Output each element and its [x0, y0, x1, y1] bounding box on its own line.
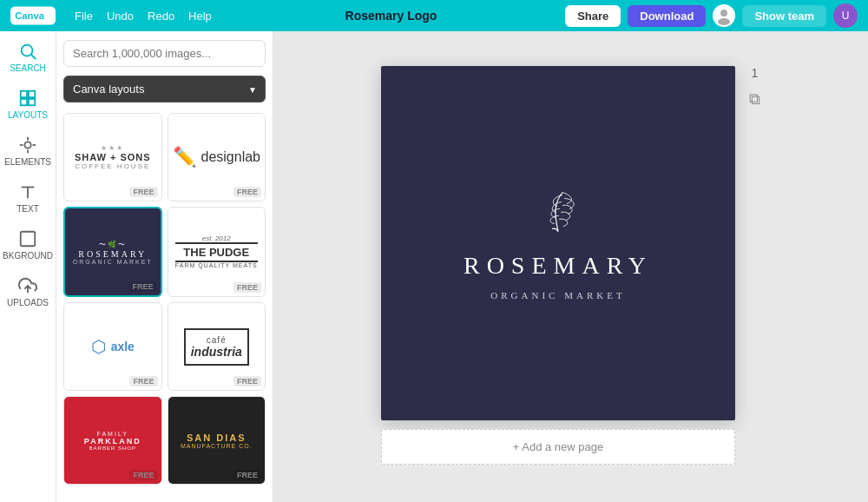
sidebar-background-label: BKGROUND [3, 251, 53, 261]
sidebar-item-uploads[interactable]: UPLOADS [0, 269, 56, 314]
free-badge-2: FREE [233, 187, 261, 197]
shaw-sons-design: ★★★ SHAW + SONS COFFEE HOUSE [66, 135, 160, 179]
designlab-design: ✏️ designlab [168, 137, 266, 177]
rosemary-plant-icon [519, 186, 597, 241]
svg-rect-8 [21, 99, 27, 105]
canvas-content: ROSEMARY ORGANIC MARKET + Add a new page… [381, 66, 760, 465]
sidebar-item-layouts[interactable]: LAYOUTS [0, 82, 56, 127]
layout-card-sandias[interactable]: SAN DIAS MANUFACTURE CO. FREE [168, 396, 266, 485]
svg-rect-7 [29, 91, 35, 97]
canva-logo[interactable]: Canva [10, 6, 56, 25]
layouts-dropdown-wrapper: Canva layouts [63, 76, 266, 102]
menu-file[interactable]: File [69, 6, 98, 26]
search-input[interactable] [63, 40, 266, 67]
sidebar-item-elements[interactable]: ELEMENTS [0, 129, 56, 174]
axle-design: ⬡ axle [82, 327, 143, 366]
sidebar-item-background[interactable]: BKGROUND [0, 222, 56, 268]
layout-card-cafe[interactable]: café industria FREE [168, 302, 266, 391]
sidebar-elements-label: ELEMENTS [4, 157, 51, 167]
free-badge-8: FREE [233, 470, 261, 480]
canvas-logo-subtitle: ORGANIC MARKET [490, 290, 625, 301]
team-avatar [713, 4, 735, 27]
layout-card-rosemary[interactable]: 〜🌿〜 ROSEMARY ORGANIC MARKET FREE [63, 207, 162, 297]
svg-line-5 [31, 55, 36, 59]
sidebar-layouts-label: LAYOUTS [8, 110, 48, 120]
add-page-button[interactable]: + Add a new page [381, 429, 735, 465]
sidebar-search-label: SEARCH [10, 63, 46, 73]
free-badge-6: FREE [233, 376, 261, 386]
pudge-design: est. 2012 THE PUDGE FARM QUALITY MEATS [168, 228, 265, 275]
layout-card-pudge[interactable]: est. 2012 THE PUDGE FARM QUALITY MEATS F… [168, 207, 266, 297]
main-layout: SEARCH LAYOUTS ELEMENTS TEXT BKGROUND UP… [0, 31, 868, 502]
layout-card-designlab[interactable]: ✏️ designlab FREE [168, 113, 266, 201]
page-number: 1 [752, 66, 759, 80]
svg-point-4 [22, 45, 33, 56]
layouts-dropdown[interactable]: Canva layouts [63, 76, 266, 102]
cafe-design: café industria [184, 328, 249, 366]
svg-rect-9 [29, 99, 35, 105]
user-avatar[interactable]: U [833, 3, 858, 28]
show-team-button[interactable]: Show team [742, 5, 826, 27]
free-badge-4: FREE [233, 282, 261, 293]
canvas-design[interactable]: ROSEMARY ORGANIC MARKET [381, 66, 735, 420]
sidebar-item-search[interactable]: SEARCH [0, 35, 56, 80]
free-badge-5: FREE [129, 376, 157, 386]
canvas-area: ROSEMARY ORGANIC MARKET + Add a new page… [273, 31, 868, 502]
download-button[interactable]: Download [628, 5, 706, 27]
svg-rect-6 [21, 91, 27, 97]
svg-point-2 [720, 10, 727, 17]
layout-card-parkland[interactable]: FAMILY Parkland BARBER SHOP FREE [63, 396, 162, 485]
menu-help[interactable]: Help [183, 6, 217, 26]
svg-point-3 [718, 18, 730, 25]
svg-rect-17 [21, 232, 36, 247]
layout-card-shaw-sons[interactable]: ★★★ SHAW + SONS COFFEE HOUSE FREE [63, 113, 162, 201]
project-title: Rosemary Logo [224, 9, 558, 23]
copy-page-icon[interactable]: ⧉ [749, 90, 760, 109]
panel: Canva layouts ★★★ SHAW + SONS COFFEE HOU… [56, 31, 273, 502]
sidebar-item-text[interactable]: TEXT [0, 175, 56, 221]
share-button[interactable]: Share [565, 5, 621, 27]
layout-card-axle[interactable]: ⬡ axle FREE [63, 302, 162, 391]
topbar: Canva File Undo Redo Help Rosemary Logo … [0, 0, 868, 31]
svg-point-10 [24, 142, 30, 148]
free-badge: FREE [129, 187, 157, 197]
topbar-right: Share Download Show team U [565, 3, 858, 28]
topbar-menu: File Undo Redo Help [69, 6, 217, 26]
canvas-logo-title: ROSEMARY [464, 252, 653, 280]
free-badge-3: FREE [128, 281, 156, 292]
sidebar-uploads-label: UPLOADS [7, 298, 49, 307]
layout-grid: ★★★ SHAW + SONS COFFEE HOUSE FREE ✏️ des… [63, 113, 266, 485]
page-controls: 1 ⧉ [749, 66, 760, 109]
sidebar-text-label: TEXT [16, 204, 39, 214]
sidebar: SEARCH LAYOUTS ELEMENTS TEXT BKGROUND UP… [0, 31, 56, 502]
menu-redo[interactable]: Redo [142, 6, 180, 26]
menu-undo[interactable]: Undo [102, 6, 139, 26]
svg-text:Canva: Canva [15, 10, 45, 21]
canvas-page: ROSEMARY ORGANIC MARKET + Add a new page [381, 66, 735, 465]
free-badge-7: FREE [129, 470, 157, 480]
